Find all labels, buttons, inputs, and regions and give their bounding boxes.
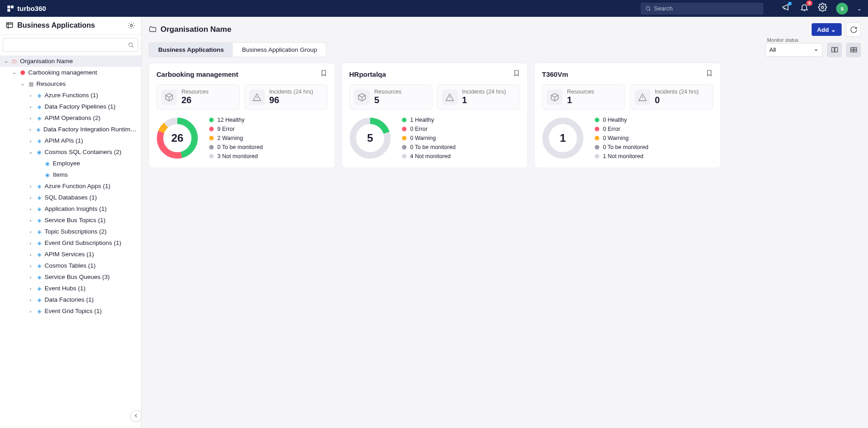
tree-node[interactable]: ›◈Data Factories (1) [0,294,141,305]
tree-label: Service Bus Queues (3) [45,274,110,280]
app-header: turbo360 3 s ⌄ [0,0,868,17]
announcements-icon[interactable] [782,3,791,14]
donut-total: 1 [542,117,584,159]
legend-dot-warning [595,136,599,140]
service-icon: ◈ [35,92,43,99]
svg-rect-8 [835,48,838,52]
tree-node[interactable]: ›◈Event Grid Subscriptions (1) [0,237,141,249]
refresh-button[interactable] [846,22,861,37]
app-card[interactable]: Carbooking management Resources26 Incide… [149,63,335,168]
apps-icon [5,21,14,30]
tree-label: SQL Databases (1) [45,194,97,201]
sidebar: Business Applications ⌄🗀Organisation Nam… [0,17,141,428]
service-icon: ◈ [35,240,43,246]
add-button[interactable]: Add ⌄ [812,23,842,36]
twisty-icon: › [27,229,34,234]
app-card[interactable]: HRportalqa Resources5 Incidents (24 hrs)… [341,63,528,168]
tree-label: Cosmos Tables (1) [45,262,95,269]
tree-label: Carbooking management [28,69,97,76]
tab-business-applications[interactable]: Business Applications [149,43,233,57]
twisty-icon: ⌄ [27,149,34,155]
bookmark-icon[interactable] [513,70,520,79]
service-icon: ◈ [35,183,43,189]
service-icon: ◈ [35,206,43,212]
app-card[interactable]: T360Vm Resources1 Incidents (24 hrs)0 1 … [534,63,721,168]
tree-node[interactable]: ›◈Application Insights (1) [0,203,141,214]
svg-point-4 [130,25,133,27]
user-menu-chevron-icon[interactable]: ⌄ [857,5,862,12]
brand-logo[interactable]: turbo360 [6,5,46,13]
folder-icon: 🗀 [11,58,18,65]
twisty-icon: ⌄ [19,81,25,87]
legend-dot-healthy [402,118,406,122]
view-cards-button[interactable] [827,43,842,57]
settings-icon[interactable] [818,3,827,14]
tree-label: Organisation Name [20,58,73,65]
search-input[interactable] [651,5,759,12]
service-icon: ◈ [35,285,43,292]
metric-resources: Resources26 [156,85,240,109]
cards-container: Carbooking management Resources26 Incide… [141,63,868,177]
legend-dot-warning [209,136,214,140]
legend-dot-tbm [595,145,599,149]
tree-node[interactable]: ◉Items [0,169,141,180]
donut-total: 26 [156,117,198,159]
bookmark-icon[interactable] [320,70,327,79]
tree-node[interactable]: ›◈APIM Services (1) [0,249,141,260]
tree-node[interactable]: ›◈Topic Subscriptions (2) [0,226,141,237]
tree-node[interactable]: ›◈Azure Function Apps (1) [0,180,141,192]
tree-node[interactable]: ⌄🗀Organisation Name [0,55,141,67]
donut-total: 5 [349,117,391,159]
twisty-icon: › [27,309,34,314]
tree-label: Items [53,171,68,178]
bookmark-icon[interactable] [706,70,713,79]
alert-icon [442,90,457,105]
card-title: HRportalqa [349,70,386,78]
view-list-button[interactable] [846,43,861,57]
tree-label: APIM APIs (1) [45,137,83,144]
svg-rect-7 [832,48,834,52]
tree-node[interactable]: ◉Employee [0,158,141,169]
search-icon [645,5,651,12]
legend-dot-warning [402,136,406,140]
global-search[interactable] [641,3,763,15]
cosmos-icon: ◉ [44,160,51,167]
notifications-icon[interactable]: 3 [800,3,809,14]
tree-node[interactable]: ›◈Service Bus Queues (3) [0,271,141,283]
tree-label: Service Bus Topics (1) [45,217,105,224]
tree-node[interactable]: ›◈Azure Functions (1) [0,90,141,101]
sidebar-search[interactable] [3,38,138,52]
tree-node[interactable]: ›◈SQL Databases (1) [0,192,141,203]
main-content: Organisation Name Add ⌄ Business Applica… [141,17,868,428]
tree-node[interactable]: ›◈APIM APIs (1) [0,135,141,146]
twisty-icon: › [27,104,34,109]
legend: 1 Healthy 0 Error 0 Warning 0 To be moni… [402,117,456,159]
user-avatar[interactable]: s [836,3,848,15]
twisty-icon: › [27,115,34,121]
tree-node[interactable]: ⌄◉Cosmos SQL Containers (2) [0,146,141,158]
tree-label: Employee [53,160,80,167]
legend-dot-nm [402,154,406,159]
gear-icon[interactable] [127,21,135,30]
twisty-icon: › [27,240,34,246]
tab-business-application-group[interactable]: Business Application Group [233,43,326,57]
svg-point-0 [646,6,650,10]
tree-node[interactable]: ›◈Data Factory Pipelines (1) [0,101,141,112]
tree-node[interactable]: ›◈Service Bus Topics (1) [0,214,141,226]
collapse-sidebar-button[interactable] [130,410,141,422]
grid-icon: ▦ [27,81,35,87]
tree-node[interactable]: ›◈Data Factory Integration Runtimes (… [0,124,141,135]
folder-icon [149,25,157,34]
tree-node[interactable]: ›◈Event Hubs (1) [0,283,141,294]
tree-node[interactable]: ›◈Event Grid Topics (1) [0,305,141,317]
tree-node[interactable]: ›◈APIM Operations (2) [0,112,141,124]
sidebar-search-input[interactable] [7,42,128,49]
monitor-status-select[interactable]: All [765,43,823,57]
metric-incidents: Incidents (24 hrs)0 [630,85,713,109]
legend-dot-error [209,127,214,131]
svg-line-1 [649,10,650,10]
tree-node[interactable]: ⌄Carbooking management [0,67,141,78]
service-icon: ◈ [35,274,43,280]
tree-node[interactable]: ›◈Cosmos Tables (1) [0,260,141,271]
tree-node[interactable]: ⌄▦Resources [0,78,141,90]
